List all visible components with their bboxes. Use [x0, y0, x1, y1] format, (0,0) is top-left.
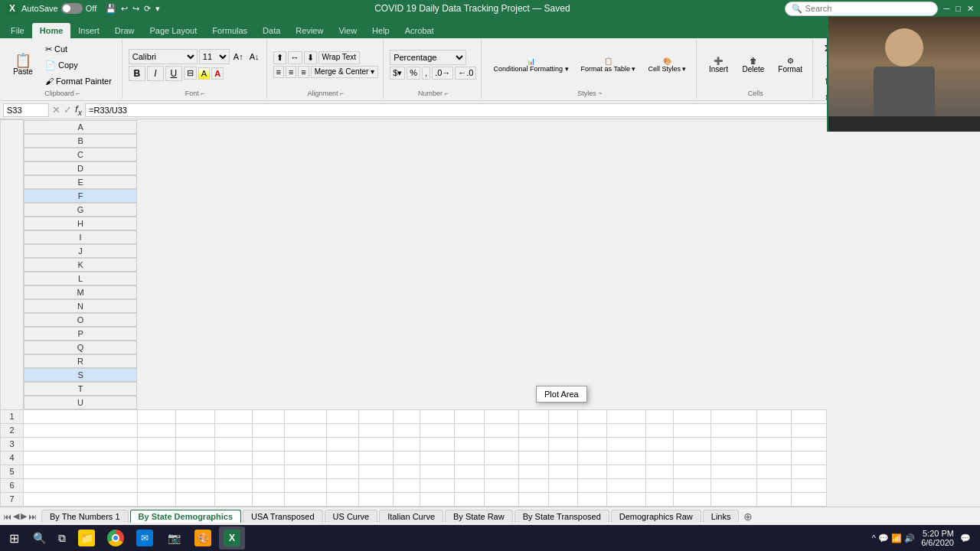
tab-help[interactable]: Help	[364, 23, 397, 38]
sheet-tab-links[interactable]: Links	[703, 510, 740, 523]
align-top-btn[interactable]: ⬆	[273, 51, 286, 64]
col-header-h[interactable]: H	[24, 217, 137, 230]
sheet-tab-demographics-raw[interactable]: Demographics Raw	[611, 510, 701, 523]
minimize-btn[interactable]: ─	[944, 4, 950, 14]
col-header-k[interactable]: K	[24, 258, 137, 272]
col-header-d[interactable]: D	[24, 161, 137, 175]
italic-btn[interactable]: I	[147, 66, 164, 81]
copy-btn[interactable]: 📄 Copy	[40, 58, 117, 73]
fill-color-btn[interactable]: A	[198, 67, 210, 80]
insert-btn[interactable]: ➕ Insert	[703, 54, 733, 76]
sheet-next-btn[interactable]: ▶	[21, 511, 27, 521]
tab-data[interactable]: Data	[255, 23, 288, 38]
increase-font-btn[interactable]: A↑	[231, 51, 246, 62]
sheet-tab-italian-curve[interactable]: Italian Curve	[379, 510, 443, 523]
currency-btn[interactable]: $▾	[390, 67, 405, 80]
tab-insert[interactable]: Insert	[70, 23, 107, 38]
col-header-r[interactable]: R	[24, 354, 137, 368]
percent-btn[interactable]: %	[407, 67, 420, 80]
tab-home[interactable]: Home	[32, 23, 71, 38]
repeat-icon[interactable]: ⟳	[144, 4, 151, 14]
col-header-f[interactable]: F	[24, 189, 137, 203]
tab-draw[interactable]: Draw	[107, 23, 142, 38]
sheet-last-btn[interactable]: ⏭	[28, 512, 37, 521]
align-center-btn[interactable]: ≡	[286, 66, 296, 78]
tab-formulas[interactable]: Formulas	[204, 23, 255, 38]
sheet-prev-btn[interactable]: ◀	[13, 511, 19, 521]
col-header-c[interactable]: C	[24, 148, 137, 161]
align-right-btn[interactable]: ≡	[298, 66, 309, 78]
format-btn[interactable]: ⚙ Format	[773, 54, 808, 76]
sheet-tab-by-state-demographics[interactable]: By State Demographics	[130, 510, 241, 523]
autosave-toggle[interactable]	[61, 3, 83, 14]
underline-btn[interactable]: U	[165, 66, 182, 81]
undo-icon[interactable]: ↩	[121, 4, 128, 14]
paste-btn[interactable]: 📋 Paste	[8, 51, 38, 78]
conditional-formatting-btn[interactable]: 📊 Conditional Formatting ▾	[488, 55, 573, 75]
save-icon[interactable]: 💾	[106, 4, 116, 14]
cell-reference-box[interactable]	[3, 103, 49, 117]
align-middle-btn[interactable]: ↔	[288, 51, 302, 64]
col-header-m[interactable]: M	[24, 285, 137, 299]
formula-bar-icon-check[interactable]: ✓	[64, 104, 72, 116]
add-sheet-btn[interactable]: ⊕	[743, 510, 753, 523]
wrap-text-btn[interactable]: Wrap Text	[318, 51, 361, 64]
col-header-j[interactable]: J	[24, 244, 137, 258]
file-explorer-btn[interactable]: 📁	[74, 527, 100, 549]
tab-review[interactable]: Review	[288, 23, 331, 38]
col-header-g[interactable]: G	[24, 203, 137, 217]
number-format-select[interactable]: Percentage	[390, 50, 466, 65]
decrease-decimal-btn[interactable]: ←.0	[455, 67, 476, 80]
increase-decimal-btn[interactable]: .0→	[432, 67, 453, 80]
sheet-first-btn[interactable]: ⏮	[3, 512, 11, 521]
font-family-select[interactable]: Calibri	[129, 49, 198, 64]
col-header-q[interactable]: Q	[24, 341, 137, 354]
decrease-font-btn[interactable]: A↓	[247, 51, 262, 62]
cell-styles-btn[interactable]: 🎨 Cell Styles ▾	[642, 55, 691, 75]
chrome-btn[interactable]	[103, 527, 129, 549]
col-header-t[interactable]: T	[24, 382, 137, 396]
comma-btn[interactable]: ,	[422, 67, 430, 80]
col-header-o[interactable]: O	[24, 313, 137, 327]
search-bar[interactable]: 🔍	[785, 2, 938, 16]
col-header-n[interactable]: N	[24, 299, 137, 313]
col-header-s[interactable]: S	[24, 368, 137, 382]
align-left-btn[interactable]: ≡	[273, 66, 284, 78]
excel-taskbar-btn[interactable]: X	[219, 527, 245, 549]
restore-btn[interactable]: □	[956, 4, 961, 14]
redo-icon[interactable]: ↪	[132, 4, 139, 14]
tab-file[interactable]: File	[3, 23, 32, 38]
font-color-btn[interactable]: A	[211, 67, 224, 80]
tab-page-layout[interactable]: Page Layout	[142, 23, 204, 38]
merge-btn[interactable]: Merge & Center ▾	[311, 66, 378, 78]
task-view-btn[interactable]: ⧉	[54, 527, 70, 549]
col-header-i[interactable]: I	[24, 230, 137, 244]
search-taskbar-btn[interactable]: 🔍	[28, 527, 51, 549]
grid-container[interactable]: A B C D E F G H I J K L M N O P Q	[0, 119, 827, 507]
sheet-tab-by-numbers[interactable]: By The Numbers 1	[41, 510, 129, 523]
outlook-btn[interactable]: ✉	[132, 527, 158, 549]
format-as-table-btn[interactable]: 📋 Format as Table ▾	[576, 55, 642, 75]
align-bottom-btn[interactable]: ⬇	[304, 51, 317, 64]
paint-btn[interactable]: 🎨	[190, 527, 216, 549]
formula-bar-icon-x[interactable]: ✕	[52, 104, 60, 116]
border-btn[interactable]: ⊟	[184, 67, 197, 80]
sheet-tab-usa-transposed[interactable]: USA Transposed	[243, 510, 323, 523]
cut-btn[interactable]: ✂ Cut	[40, 42, 117, 57]
notification-btn[interactable]: 💬	[960, 533, 971, 543]
col-header-l[interactable]: L	[24, 272, 137, 285]
search-input[interactable]	[805, 4, 913, 13]
close-btn[interactable]: ✕	[967, 4, 974, 14]
col-header-u[interactable]: U	[24, 396, 137, 409]
tab-view[interactable]: View	[331, 23, 364, 38]
photos-btn[interactable]: 📷	[161, 527, 187, 549]
font-size-select[interactable]: 11	[199, 49, 230, 64]
start-btn[interactable]: ⊞	[3, 527, 25, 549]
tab-acrobat[interactable]: Acrobat	[397, 23, 442, 38]
col-header-e[interactable]: E	[24, 175, 137, 189]
col-header-b[interactable]: B	[24, 134, 137, 148]
col-header-a[interactable]: A	[24, 120, 137, 134]
sheet-tab-us-curve[interactable]: US Curve	[325, 510, 378, 523]
delete-btn[interactable]: 🗑 Delete	[737, 54, 769, 76]
col-header-p[interactable]: P	[24, 327, 137, 341]
